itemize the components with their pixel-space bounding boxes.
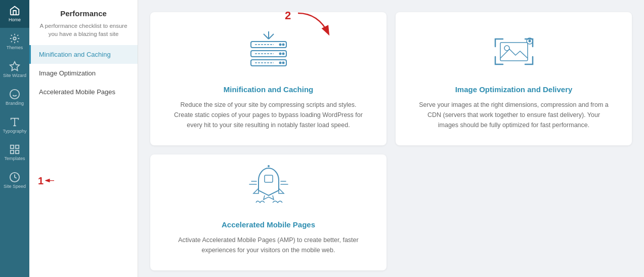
svg-point-0: [13, 37, 16, 40]
svg-point-17: [282, 44, 284, 46]
nav-item-amp[interactable]: Accelerated Mobile Pages: [29, 83, 138, 101]
image-opt-card[interactable]: Image Optimization and Delivery Serve yo…: [396, 12, 632, 145]
minification-card[interactable]: Minification and Caching Reduce the size…: [150, 12, 387, 145]
image-opt-card-desc: Serve your images at the right dimension…: [418, 100, 610, 130]
image-opt-card-title: Image Optimization and Delivery: [455, 85, 573, 94]
minification-card-title: Minification and Caching: [224, 85, 314, 94]
cards-grid: Minification and Caching Reduce the size…: [150, 12, 632, 145]
amp-card-desc: Activate Accelerated Mobile Pages (AMP) …: [173, 235, 365, 255]
nav-item-minification[interactable]: Minification and Caching: [29, 45, 138, 64]
sidebar-templates-label: Templates: [4, 156, 25, 162]
sidebar-item-themes[interactable]: Themes: [0, 28, 29, 56]
sidebar-themes-label: Themes: [7, 46, 23, 51]
svg-marker-1: [10, 62, 19, 70]
main-content: 2: [138, 0, 644, 277]
svg-rect-29: [265, 175, 273, 182]
sidebar-item-typography[interactable]: Typography: [0, 111, 29, 139]
svg-point-20: [279, 62, 281, 64]
sidebar-typography-label: Typography: [3, 129, 26, 134]
nav-sidebar-title: Performance: [29, 0, 138, 22]
sidebar-site-speed-label: Site Speed: [4, 184, 26, 189]
sidebar-item-home[interactable]: Home: [0, 0, 29, 28]
sidebar-item-site-wizard[interactable]: Site Wizard: [0, 56, 29, 84]
svg-rect-8: [16, 150, 19, 153]
sidebar-wizard-label: Site Wizard: [3, 73, 26, 78]
sidebar-item-branding[interactable]: Branding: [0, 84, 29, 111]
minification-icon: [241, 26, 296, 77]
icon-sidebar: Home Themes Site Wizard Branding Typogra…: [0, 0, 29, 277]
svg-rect-6: [16, 145, 19, 148]
svg-rect-5: [11, 145, 14, 148]
svg-rect-25: [500, 43, 528, 61]
sidebar-home-label: Home: [9, 18, 21, 23]
svg-point-34: [268, 165, 270, 167]
amp-icon: [243, 162, 294, 212]
svg-line-14: [264, 34, 269, 39]
svg-point-21: [282, 62, 284, 64]
sidebar-branding-label: Branding: [6, 101, 24, 106]
nav-item-image-opt[interactable]: Image Optimization: [29, 64, 138, 83]
svg-point-19: [282, 53, 284, 55]
svg-rect-7: [11, 150, 14, 153]
svg-point-16: [279, 44, 281, 46]
minification-card-desc: Reduce the size of your site by compress…: [173, 100, 365, 130]
sidebar-item-site-speed[interactable]: Site Speed 1: [0, 167, 29, 194]
nav-sidebar-subtitle: A performance checklist to ensure you ha…: [29, 22, 138, 45]
amp-card[interactable]: Accelerated Mobile Pages Activate Accele…: [150, 154, 387, 270]
amp-card-title: Accelerated Mobile Pages: [222, 220, 315, 229]
svg-point-2: [10, 90, 19, 99]
svg-line-15: [269, 34, 274, 39]
svg-point-28: [528, 40, 531, 43]
nav-sidebar: Performance A performance checklist to e…: [29, 0, 138, 277]
svg-point-18: [279, 53, 281, 55]
image-opt-icon: [486, 26, 542, 77]
sidebar-item-templates[interactable]: Templates: [0, 139, 29, 167]
